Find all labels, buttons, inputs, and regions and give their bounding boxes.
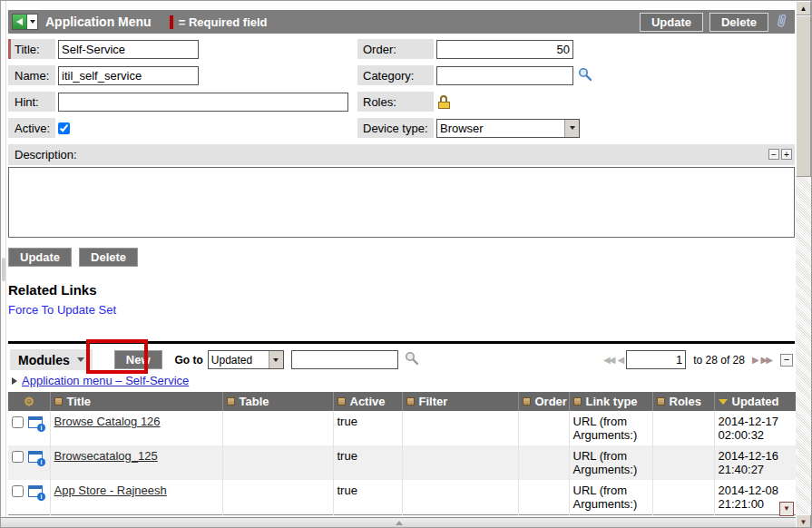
new-module-button[interactable]: New — [114, 350, 162, 369]
active-checkbox[interactable] — [58, 122, 70, 134]
attachment-paperclip-icon[interactable] — [776, 13, 788, 32]
device-type-dropdown-icon[interactable] — [564, 120, 579, 137]
name-input[interactable] — [58, 66, 199, 85]
list-search-icon[interactable] — [405, 351, 419, 368]
delete-button-bottom[interactable]: Delete — [79, 248, 138, 267]
breadcrumb-arrow-icon[interactable] — [12, 377, 17, 385]
cell-order — [518, 411, 569, 445]
record-form: Title: Order: Name: Category: Hint: — [8, 39, 795, 138]
select-all-header[interactable]: ⚙ — [8, 392, 50, 411]
module-title-link[interactable]: Browsecatalog_125 — [54, 449, 158, 463]
table-row: i Browse Catalog 126 true URL (from Argu… — [8, 411, 796, 445]
cell-filter — [402, 480, 518, 515]
cell-updated: 2014-12-16 21:40:27 — [714, 445, 796, 480]
name-label: Name: — [8, 65, 55, 85]
scrollbar-track[interactable] — [796, 177, 811, 514]
sidebar-collapse-handle[interactable] — [2, 258, 5, 281]
goto-field-select[interactable]: Updated — [209, 351, 269, 368]
cell-active: true — [333, 445, 402, 480]
cell-link-type: URL (from Arguments:) — [569, 445, 652, 480]
back-control[interactable] — [12, 14, 38, 30]
cell-roles — [652, 445, 714, 480]
first-page-icon[interactable]: ◀◀ — [603, 355, 613, 365]
description-expand-button[interactable]: + — [781, 149, 792, 160]
list-collapse-button[interactable]: − — [780, 354, 793, 367]
breadcrumb-link[interactable]: Application menu – Self-Service — [22, 374, 189, 387]
cell-updated: 2014-12-17 02:00:32 — [714, 411, 796, 445]
column-header-active[interactable]: Active — [333, 392, 402, 411]
hint-input[interactable] — [58, 93, 348, 112]
modules-table: ⚙ Title Table Active Filter Order Link t… — [8, 392, 797, 515]
goto-label: Go to — [175, 354, 203, 367]
table-row: i App Store - Rajneesh true URL (from Ar… — [8, 480, 796, 515]
description-collapse-button[interactable]: − — [768, 149, 779, 160]
main-content: Application Menu = Required field Update… — [7, 1, 797, 519]
force-to-update-set-link[interactable]: Force To Update Set — [8, 303, 116, 317]
title-label: Title: — [8, 39, 55, 59]
column-header-updated[interactable]: Updated — [714, 392, 796, 411]
prev-page-icon[interactable]: ◀ — [617, 355, 622, 365]
record-preview-icon[interactable]: i — [28, 451, 43, 463]
module-title-link[interactable]: App Store - Rajneesh — [54, 484, 167, 497]
back-icon[interactable] — [13, 15, 27, 29]
table-row: i Browsecatalog_125 true URL (from Argum… — [8, 445, 796, 480]
required-legend-bar — [170, 15, 173, 29]
modules-title: Modules — [18, 353, 70, 367]
module-title-link[interactable]: Browse Catalog 126 — [54, 415, 161, 428]
last-page-icon[interactable]: ▶▶ — [761, 355, 771, 365]
active-label: Active: — [8, 118, 55, 138]
cell-link-type: URL (from Arguments:) — [569, 411, 652, 445]
scroll-down-icon[interactable]: ▼ — [796, 514, 811, 528]
field-cube-icon — [227, 397, 235, 406]
page-title: Application Menu — [45, 15, 152, 29]
modules-menu[interactable]: Modules — [10, 349, 93, 370]
column-header-link-type[interactable]: Link type — [569, 392, 652, 411]
category-input[interactable] — [436, 66, 573, 85]
list-scroll-down-icon[interactable]: ▼ — [779, 502, 794, 516]
next-page-icon[interactable]: ▶ — [752, 355, 758, 365]
column-header-filter[interactable]: Filter — [402, 392, 518, 411]
back-menu-caret-icon[interactable] — [27, 15, 37, 29]
category-lookup-search-icon[interactable] — [578, 67, 592, 84]
scroll-up-icon[interactable]: ▲ — [796, 1, 811, 15]
bottom-splitter[interactable] — [1, 517, 797, 527]
cell-roles — [652, 411, 714, 445]
record-preview-icon[interactable]: i — [28, 416, 43, 428]
list-search-input[interactable] — [291, 350, 398, 369]
device-type-select[interactable]: Browser — [437, 120, 564, 137]
title-input[interactable] — [58, 40, 199, 59]
description-textarea[interactable] — [8, 167, 795, 238]
splitter-handle-icon — [396, 521, 403, 525]
device-type-label: Device type: — [357, 118, 434, 138]
delete-button-top[interactable]: Delete — [709, 13, 768, 32]
page-number-input[interactable] — [626, 350, 686, 369]
row-checkbox[interactable] — [12, 485, 24, 497]
cell-active: true — [333, 411, 402, 445]
row-checkbox[interactable] — [12, 451, 24, 463]
order-input[interactable] — [436, 40, 573, 59]
column-header-title[interactable]: Title — [50, 392, 222, 411]
cell-order — [518, 480, 569, 515]
field-cube-icon — [54, 397, 63, 406]
row-checkbox[interactable] — [12, 416, 24, 428]
scrollbar-thumb[interactable] — [796, 15, 811, 177]
roles-lock-icon[interactable] — [438, 95, 450, 109]
related-links-heading: Related Links — [8, 282, 795, 298]
vertical-scrollbar[interactable]: ▲ ▼ — [796, 1, 811, 528]
gear-icon[interactable]: ⚙ — [24, 397, 34, 406]
column-header-roles[interactable]: Roles — [652, 392, 714, 411]
description-label: Description: — [15, 148, 77, 161]
row-range-text: to 28 of 28 — [693, 354, 745, 367]
update-button-bottom[interactable]: Update — [8, 248, 72, 267]
field-cube-icon — [657, 397, 665, 406]
form-titlebar: Application Menu = Required field Update… — [8, 10, 795, 34]
column-header-order[interactable]: Order — [518, 392, 569, 411]
field-cube-icon — [523, 397, 531, 406]
column-header-table[interactable]: Table — [222, 392, 333, 411]
cell-roles — [652, 480, 714, 515]
goto-dropdown-icon[interactable] — [269, 351, 283, 368]
required-marker — [8, 39, 11, 59]
cell-order — [518, 445, 569, 480]
update-button-top[interactable]: Update — [640, 13, 703, 32]
record-preview-icon[interactable]: i — [28, 485, 43, 497]
